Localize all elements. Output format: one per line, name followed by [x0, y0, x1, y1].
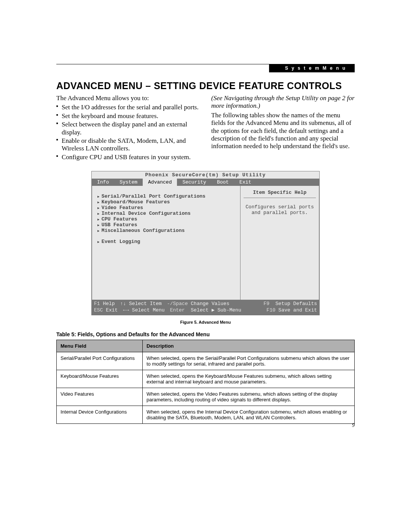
label-change-values: Change Values: [191, 301, 229, 307]
document-page: S y s t e m M e n u ADVANCED MENU – SETT…: [0, 0, 411, 532]
menu-misc: Miscellaneous Configurations: [97, 228, 236, 233]
page-number: 9: [352, 422, 355, 428]
table-row: Serial/Parallel Port Configurations When…: [57, 352, 355, 370]
bullet-item: Set the I/O addresses for the serial and…: [62, 104, 200, 111]
th-description: Description: [143, 340, 355, 352]
page-title: ADVANCED MENU – SETTING DEVICE FEATURE C…: [56, 80, 355, 91]
see-nav-note: (See Navigating through the Setup Utilit…: [211, 94, 355, 110]
tab-system: System: [114, 179, 143, 186]
overview-text: The following tables show the names of t…: [211, 112, 355, 150]
key-f10: F10: [266, 307, 275, 313]
cell-field: Internal Device Configurations: [57, 406, 143, 423]
table-row: Keyboard/Mouse Features When selected, o…: [57, 370, 355, 388]
table-caption: Table 5: Fields, Options and Defaults fo…: [56, 331, 355, 337]
th-menu-field: Menu Field: [57, 340, 143, 352]
left-column: The Advanced Menu allows you to: Set the…: [56, 94, 200, 162]
header-breadcrumb: S y s t e m M e n u: [269, 64, 355, 72]
label-save-exit: Save and Exit: [279, 307, 317, 313]
bios-tab-bar: Info System Advanced Security Boot Exit: [92, 179, 319, 186]
tab-boot: Boot: [212, 179, 234, 186]
label-setup-defaults: Setup Defaults: [276, 301, 317, 307]
menu-cpu: CPU Features: [97, 216, 236, 222]
right-column: (See Navigating through the Setup Utilit…: [211, 94, 355, 162]
label-help: Help: [103, 301, 115, 307]
cell-field: Video Features: [57, 388, 143, 406]
bios-menu-panel: Serial/Parallel Port Configurations Keyb…: [92, 186, 240, 300]
key-f9: F9: [264, 301, 270, 307]
fields-table: Menu Field Description Serial/Parallel P…: [56, 340, 355, 424]
key-f1: F1: [94, 301, 100, 307]
cell-desc: When selected, opens the Serial/Parallel…: [143, 352, 355, 370]
help-panel-title: Item Specific Help: [244, 190, 316, 198]
bios-screenshot: Phoenix SecureCore(tm) Setup Utility Inf…: [91, 171, 320, 315]
cell-desc: When selected, opens the Internal Device…: [143, 406, 355, 423]
label-exit: Exit: [106, 307, 118, 313]
label-submenu: Select ▶ Sub-Menu: [191, 307, 241, 313]
body-columns: The Advanced Menu allows you to: Set the…: [56, 94, 355, 162]
label-select-item: ↑↓ Select Item: [120, 301, 162, 307]
table-row: Internal Device Configurations When sele…: [57, 406, 355, 423]
menu-keyboard-mouse: Keyboard/Mouse Features: [97, 199, 236, 205]
menu-usb: USB Features: [97, 222, 236, 228]
tab-advanced: Advanced: [143, 179, 177, 186]
menu-serial-parallel: Serial/Parallel Port Configurations: [97, 193, 236, 199]
bullet-item: Select between the display panel and an …: [62, 121, 200, 136]
cell-field: Keyboard/Mouse Features: [57, 370, 143, 388]
bios-help-panel: Item Specific Help Configures serial por…: [240, 186, 319, 300]
label-select-menu: ←→ Select Menu: [123, 307, 164, 314]
menu-internal-device: Internal Device Configurations: [97, 211, 236, 216]
header-rule: S y s t e m M e n u: [56, 64, 355, 64]
figure-caption: Figure 5. Advanced Menu: [56, 320, 355, 324]
tab-info: Info: [92, 179, 114, 186]
tab-security: Security: [177, 179, 211, 186]
bullet-item: Enable or disable the SATA, Modem, LAN, …: [62, 137, 200, 153]
help-panel-body: Configures serial ports and parallel por…: [244, 204, 316, 216]
cell-desc: When selected, opens the Video Features …: [143, 388, 355, 406]
bios-title: Phoenix SecureCore(tm) Setup Utility: [92, 171, 319, 179]
key-esc: ESC: [94, 307, 103, 313]
menu-video: Video Features: [97, 205, 236, 211]
bios-footer-keys: F1 Help ↑↓ Select Item -/Space Change Va…: [92, 300, 319, 315]
menu-event-logging: Event Logging: [97, 239, 236, 244]
intro-text: The Advanced Menu allows you to:: [56, 94, 200, 102]
bullet-item: Configure CPU and USB features in your s…: [62, 153, 200, 161]
table-row: Video Features When selected, opens the …: [57, 388, 355, 406]
cell-desc: When selected, opens the Keyboard/Mouse …: [143, 370, 355, 388]
cell-field: Serial/Parallel Port Configurations: [57, 352, 143, 370]
key-space: -/Space: [167, 301, 188, 307]
bullet-item: Set the keyboard and mouse features.: [62, 112, 200, 120]
key-enter: Enter: [170, 307, 185, 313]
tab-exit: Exit: [234, 179, 256, 186]
feature-bullets: Set the I/O addresses for the serial and…: [56, 104, 200, 161]
